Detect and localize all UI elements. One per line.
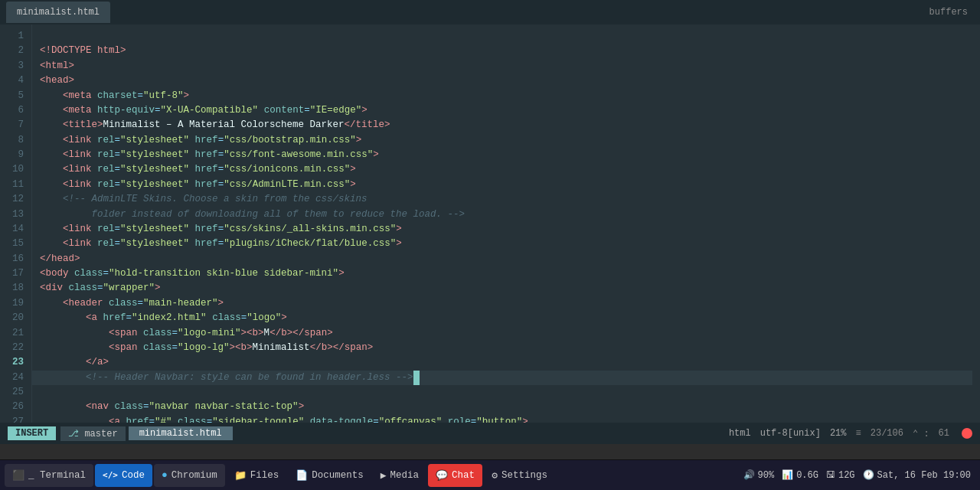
taskbar-item-code[interactable]: </> Code: [95, 464, 152, 487]
status-end-marker: [962, 428, 972, 439]
volume-icon: 🔊: [743, 469, 755, 481]
mem-value: 12G: [838, 470, 855, 481]
taskbar-chat-label: Chat: [452, 470, 475, 481]
tab-filename[interactable]: minimalist.html: [6, 2, 110, 23]
cpu-icon: 📊: [782, 469, 793, 481]
media-icon: ▶: [381, 469, 387, 482]
status-lang: html: [729, 428, 751, 439]
status-branch: ⎇ master: [60, 426, 125, 441]
mem-indicator: 🖫 12G: [826, 469, 855, 481]
taskbar-item-terminal[interactable]: ⬛ _ Terminal: [5, 464, 93, 487]
terminal-icon: ⬛: [12, 469, 24, 482]
taskbar-right: 🔊 90% 📊 0.6G 🖫 12G 🕐 Sat, 16 Feb 19:00: [743, 469, 975, 481]
taskbar-item-chat[interactable]: 💬 Chat: [428, 464, 482, 487]
taskbar-terminal-label: _ Terminal: [28, 470, 86, 481]
files-icon: 📁: [234, 469, 247, 482]
taskbar-code-label: Code: [122, 470, 145, 481]
buffers-label: buffers: [929, 7, 968, 18]
taskbar-item-media[interactable]: ▶ Media: [373, 464, 426, 487]
status-col: 61: [939, 428, 949, 439]
chromium-icon: ●: [162, 469, 168, 481]
status-mode: INSERT: [8, 426, 56, 440]
editor: minimalist.html buffers 12345 678910 111…: [0, 0, 980, 444]
cpu-indicator: 📊 0.6G: [782, 469, 818, 481]
taskbar-documents-label: Documents: [312, 470, 364, 481]
status-right: html utf-8[unix] 21% ≡ 23/106 ⌃ : 61: [729, 428, 972, 439]
line-numbers: 12345 678910 1112131415 1617181920 21222…: [0, 24, 32, 423]
taskbar-item-files[interactable]: 📁 Files: [227, 464, 287, 487]
code-area: 12345 678910 1112131415 1617181920 21222…: [0, 24, 980, 423]
taskbar-media-label: Media: [390, 470, 420, 481]
status-encoding: utf-8[unix]: [760, 428, 821, 439]
status-col-label: ⌃ :: [913, 428, 929, 439]
clock-icon: 🕐: [863, 469, 874, 481]
volume-indicator: 🔊 90%: [743, 469, 775, 481]
mem-icon: 🖫: [826, 469, 835, 481]
cpu-value: 0.6G: [796, 470, 818, 481]
status-filename: minimalist.html: [129, 426, 233, 440]
taskbar-chromium-label: Chromium: [172, 470, 217, 481]
taskbar-files-label: Files: [250, 470, 279, 481]
taskbar-item-settings[interactable]: ⚙ Settings: [484, 464, 555, 487]
code-content[interactable]: <!DOCTYPE html> <html> <head> <meta char…: [32, 24, 980, 423]
volume-value: 90%: [758, 470, 775, 481]
status-bar: INSERT ⎇ master minimalist.html html utf…: [0, 423, 980, 444]
datetime-indicator: 🕐 Sat, 16 Feb 19:00: [863, 469, 971, 481]
datetime-value: Sat, 16 Feb 19:00: [877, 470, 971, 481]
tab-bar: minimalist.html buffers: [0, 0, 980, 24]
settings-icon: ⚙: [492, 469, 498, 482]
taskbar: ⬛ _ Terminal </> Code ● Chromium 📁 Files…: [0, 459, 980, 490]
status-percent: 21%: [830, 428, 847, 439]
chat-icon: 💬: [436, 469, 448, 482]
status-position: 23/106: [871, 428, 903, 439]
documents-icon: 📄: [296, 469, 308, 482]
code-icon: </>: [103, 470, 118, 480]
taskbar-item-documents[interactable]: 📄 Documents: [288, 464, 371, 487]
taskbar-item-chromium[interactable]: ● Chromium: [154, 464, 225, 487]
taskbar-settings-label: Settings: [501, 470, 547, 481]
tab-filename-label: minimalist.html: [17, 7, 100, 18]
